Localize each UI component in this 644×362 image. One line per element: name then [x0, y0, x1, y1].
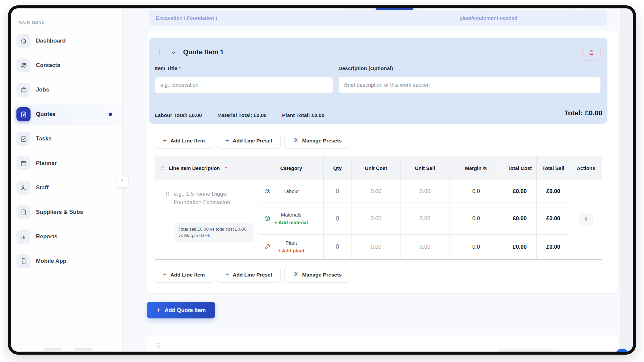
category-label: Materials [281, 212, 302, 218]
add-material-link[interactable]: + Add material [274, 220, 308, 225]
item-title-input[interactable] [155, 77, 333, 94]
total-cost-cell: £0.00 [503, 235, 537, 259]
unit-cost-cell[interactable]: 0.00 [352, 180, 401, 202]
clipboard-icon [16, 107, 31, 121]
item-title-label: Item Title* [155, 65, 181, 71]
category-totals: Labour Total: £0.00 Material Total: £0.0… [155, 112, 324, 118]
col-header-total-cost: Total Cost [503, 157, 537, 180]
sidebar-collapse-button[interactable] [116, 175, 128, 188]
unit-cost-cell[interactable]: 0.00 [352, 202, 401, 235]
qty-cell[interactable]: 0 [324, 202, 352, 235]
category-label: Plant [285, 240, 297, 246]
line-summary: Total sell £0.00 vs total cost £0.00 vs … [174, 223, 254, 242]
line-description-cell[interactable]: e.g., 1.5 Tonne Digger Foundation Excava… [155, 180, 259, 259]
briefcase-icon [16, 83, 31, 97]
col-header-description: Line Item Description * [155, 157, 259, 180]
actions-cell [570, 180, 602, 259]
category-cell-plant: Plant + Add plant [259, 235, 324, 259]
manage-presets-button[interactable]: Manage Presets [284, 133, 350, 148]
add-line-item-button[interactable]: + Add Line Item [155, 133, 213, 148]
drag-handle-icon [157, 343, 161, 350]
col-header-total-sell: Total Sell [537, 157, 570, 180]
sidebar-item-reports[interactable]: Reports [15, 230, 118, 244]
add-plant-link[interactable]: + Add plant [278, 248, 305, 253]
sidebar-item-staff[interactable]: Staff [15, 181, 118, 195]
line-toolbar-top: + Add Line Item + Add Line Preset Manage… [155, 133, 350, 148]
delete-line-button[interactable] [579, 213, 593, 226]
app-window: MAIN MENU Dashboard Contacts Jobs Quotes [8, 5, 636, 355]
banner-right-text: plant/equipment needed [460, 15, 518, 21]
col-header-unit-sell: Unit Sell [401, 157, 449, 180]
home-icon [16, 34, 31, 48]
margin-cell[interactable]: 0.0 [449, 202, 503, 235]
sidebar-footer-item [44, 348, 62, 351]
quote-builder-card: Quote Item 1 Item Title* Description (Op… [147, 31, 618, 293]
description-label: Description (Optional) [338, 65, 393, 71]
sidebar-item-jobs[interactable]: Jobs [15, 83, 118, 97]
qty-cell[interactable]: 0 [324, 180, 352, 202]
drag-handle-icon[interactable] [159, 49, 163, 56]
col-header-margin: Margin % [449, 157, 503, 180]
line-items-table: Line Item Description * Category Qty Uni… [155, 157, 602, 260]
sidebar-section-label: MAIN MENU [18, 20, 45, 24]
sidebar-item-quotes[interactable]: Quotes [15, 107, 118, 121]
total-cost-cell: £0.00 [503, 202, 537, 235]
unit-sell-cell[interactable]: 0.00 [401, 235, 449, 259]
unit-cost-cell[interactable]: 0.00 [352, 235, 401, 259]
col-header-category: Category [259, 157, 324, 180]
add-line-preset-button[interactable]: + Add Line Preset [217, 267, 281, 283]
category-label: Labour [283, 188, 299, 194]
margin-cell[interactable]: 0.0 [449, 180, 503, 202]
category-cell-materials: Materials + Add material [259, 202, 324, 235]
plus-icon: + [225, 137, 229, 144]
add-line-preset-button[interactable]: + Add Line Preset [217, 133, 281, 148]
total-sell-cell: £0.00 [537, 235, 570, 259]
people-icon [264, 188, 271, 195]
qty-cell[interactable]: 0 [324, 235, 352, 259]
total-cost-cell: £0.00 [503, 180, 537, 202]
drag-handle-icon [161, 165, 165, 172]
add-line-item-button[interactable]: + Add Line Item [155, 267, 213, 283]
person-icon [16, 181, 31, 195]
sidebar-item-planner[interactable]: Planner [15, 156, 118, 170]
col-header-actions: Actions [570, 157, 602, 180]
gear-icon [293, 137, 299, 144]
total-sell-cell: £0.00 [537, 180, 570, 202]
sidebar-nav: Dashboard Contacts Jobs Quotes Tasks [15, 34, 118, 279]
task-check-icon [16, 132, 31, 146]
col-header-qty: Qty [324, 157, 352, 180]
gear-icon [293, 271, 299, 278]
sidebar-item-contacts[interactable]: Contacts [15, 58, 118, 72]
bar-chart-icon [16, 230, 31, 244]
grand-total: Total: £0.00 [564, 109, 602, 117]
banner-left-text: Excavation / Foundation ) [156, 15, 217, 21]
required-asterisk: * [225, 165, 227, 172]
cube-icon [264, 215, 271, 222]
description-input[interactable] [338, 77, 601, 94]
unit-sell-cell[interactable]: 0.00 [401, 202, 449, 235]
plant-total: Plant Total: £0.00 [282, 112, 324, 118]
sidebar-item-tasks[interactable]: Tasks [15, 132, 118, 146]
plus-icon: + [163, 137, 167, 144]
chevron-down-icon[interactable] [170, 49, 177, 56]
clipped-footer-element [497, 349, 560, 355]
scroll-gutter[interactable] [620, 8, 633, 352]
clipped-info-banner: Excavation / Foundation ) plant/equipmen… [149, 10, 607, 26]
drag-handle-icon[interactable] [166, 191, 170, 206]
delete-quote-item-button[interactable] [582, 45, 601, 61]
unit-sell-cell[interactable]: 0.00 [401, 180, 449, 202]
plus-icon: + [156, 307, 160, 313]
sidebar-item-dashboard[interactable]: Dashboard [15, 34, 118, 48]
plus-icon: + [163, 272, 167, 278]
line-description-placeholder: e.g., 1.5 Tonne Digger Foundation Excava… [174, 190, 249, 206]
add-quote-item-button[interactable]: + Add Quote Item [147, 302, 215, 318]
sidebar-item-mobile-app[interactable]: Mobile App [15, 254, 118, 268]
people-icon [16, 58, 31, 72]
sidebar-footer-divider [17, 345, 116, 345]
trash-icon [583, 217, 589, 223]
quote-item-header: Quote Item 1 Item Title* Description (Op… [149, 38, 607, 124]
margin-cell[interactable]: 0.0 [449, 235, 503, 259]
manage-presets-button[interactable]: Manage Presets [284, 267, 350, 283]
sidebar-item-suppliers-subs[interactable]: Suppliers & Subs [15, 205, 118, 219]
sidebar: MAIN MENU Dashboard Contacts Jobs Quotes [11, 8, 122, 352]
